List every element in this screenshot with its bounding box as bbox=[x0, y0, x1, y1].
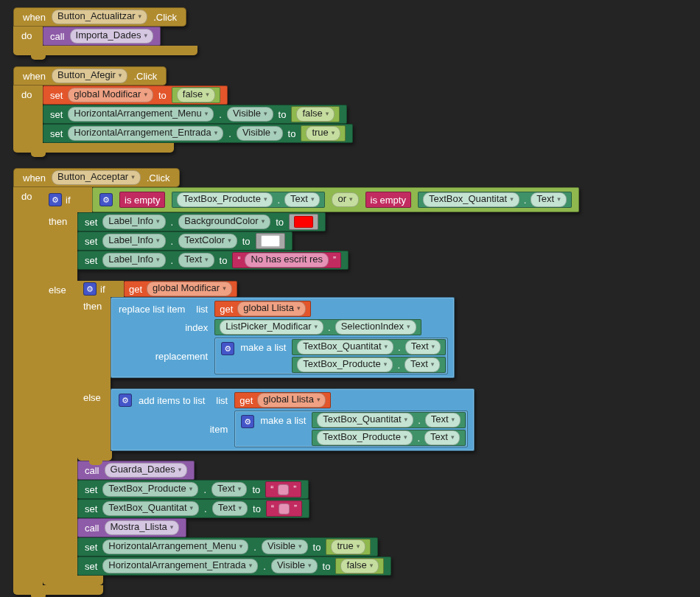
event-component-dropdown[interactable]: Button_Afegir ▾ bbox=[52, 69, 127, 83]
property-dropdown[interactable]: SelectionIndex ▾ bbox=[335, 320, 416, 335]
call-procedure-block[interactable]: call Importa_Dades ▾ bbox=[43, 27, 161, 46]
component-dropdown[interactable]: HorizontalArrangement_Menu ▾ bbox=[102, 540, 248, 554]
string-block[interactable]: “ No has escrit res ” bbox=[232, 252, 341, 268]
component-dropdown[interactable]: Label_Info ▾ bbox=[102, 234, 165, 248]
component-dropdown[interactable]: HorizontalArrangement_Entrada ▾ bbox=[102, 559, 258, 573]
set-property-block[interactable]: set HorizontalArrangement_Menu ▾ . Visib… bbox=[43, 105, 347, 124]
property-getter-block[interactable]: TextBox_Producte ▾ . Text bbox=[292, 357, 446, 373]
color-swatch[interactable] bbox=[261, 235, 280, 247]
replace-list-item-block[interactable]: replace list item list get global Llista bbox=[111, 297, 455, 378]
event-component-dropdown[interactable]: Button_Acceptar ▾ bbox=[52, 170, 141, 185]
property-dropdown[interactable]: Text ▾ bbox=[405, 340, 441, 355]
component-dropdown[interactable]: Label_Info ▾ bbox=[102, 253, 165, 268]
property-dropdown[interactable]: Text ▾ bbox=[424, 430, 460, 445]
or-block[interactable]: ⚙ is empty TextBox_Producte ▾ . bbox=[92, 187, 579, 212]
procedure-dropdown[interactable]: Mostra_Llista ▾ bbox=[105, 520, 180, 535]
is-empty-block[interactable]: is empty bbox=[119, 192, 165, 208]
variable-dropdown[interactable]: global Llista ▾ bbox=[237, 301, 306, 316]
property-dropdown[interactable]: Visible ▾ bbox=[237, 126, 283, 141]
get-variable-block[interactable]: get global Llista ▾ bbox=[214, 301, 311, 317]
logic-dropdown[interactable]: true ▾ bbox=[306, 126, 340, 141]
property-getter-block[interactable]: ListPicker_Modificar ▾ . SelectionIndex … bbox=[214, 319, 421, 335]
property-getter-block[interactable]: TextBox_Producte ▾ . Text ▾ bbox=[172, 192, 325, 208]
logic-dropdown[interactable]: false ▾ bbox=[296, 107, 335, 122]
color-block-red[interactable] bbox=[289, 214, 318, 230]
variable-dropdown[interactable]: global Llista ▾ bbox=[257, 393, 326, 408]
property-dropdown[interactable]: Text ▾ bbox=[425, 413, 461, 427]
set-property-block[interactable]: set TextBox_Producte ▾ . Text ▾ bbox=[77, 480, 309, 499]
property-dropdown[interactable]: TextColor ▾ bbox=[178, 234, 237, 248]
property-dropdown[interactable]: Visible ▾ bbox=[227, 107, 273, 122]
component-dropdown[interactable]: TextBox_Producte ▾ bbox=[102, 482, 198, 497]
color-swatch[interactable] bbox=[294, 216, 313, 228]
component-dropdown[interactable]: TextBox_Quantitat ▾ bbox=[102, 501, 199, 516]
variable-dropdown[interactable]: global Modificar ▾ bbox=[68, 88, 153, 102]
component-dropdown[interactable]: TextBox_Producte ▾ bbox=[297, 357, 393, 372]
variable-dropdown[interactable]: global Modificar ▾ bbox=[147, 282, 232, 296]
logic-operator-dropdown[interactable]: or ▾ bbox=[332, 192, 358, 207]
when-button-afegir-block[interactable]: when Button_Afegir ▾ .Click do set globa… bbox=[13, 66, 353, 153]
mutator-gear-icon[interactable]: ⚙ bbox=[221, 342, 234, 355]
make-a-list-block[interactable]: ⚙ make a list TextBox_Quantitat ▾ bbox=[214, 338, 448, 374]
string-value-field[interactable] bbox=[278, 484, 289, 495]
component-dropdown[interactable]: Label_Info ▾ bbox=[102, 214, 165, 229]
set-property-block[interactable]: set HorizontalArrangement_Entrada ▾ . Vi… bbox=[43, 124, 353, 143]
event-component-dropdown[interactable]: Button_Actualitzar ▾ bbox=[52, 10, 147, 24]
procedure-dropdown[interactable]: Importa_Dades ▾ bbox=[70, 29, 153, 43]
set-property-block[interactable]: set HorizontalArrangement_Entrada ▾ . Vi… bbox=[77, 556, 391, 576]
empty-string-block[interactable]: “ ” bbox=[266, 500, 302, 517]
logic-true-block[interactable]: true ▾ bbox=[326, 539, 371, 555]
component-dropdown[interactable]: HorizontalArrangement_Menu ▾ bbox=[68, 107, 214, 122]
component-dropdown[interactable]: TextBox_Producte ▾ bbox=[317, 430, 413, 445]
property-dropdown[interactable]: Visible ▾ bbox=[271, 559, 318, 573]
set-property-block[interactable]: set Label_Info ▾ . BackgroundColor ▾ bbox=[77, 212, 326, 231]
property-dropdown[interactable]: Visible ▾ bbox=[262, 540, 308, 554]
set-variable-block[interactable]: set global Modificar ▾ to false ▾ bbox=[43, 85, 228, 105]
when-button-actualitzar-block[interactable]: when Button_Actualitzar ▾ .Click do call… bbox=[13, 7, 197, 55]
set-property-block[interactable]: set Label_Info ▾ . Text ▾ to bbox=[77, 251, 349, 270]
is-empty-block[interactable]: is empty bbox=[365, 192, 411, 208]
logic-false-block[interactable]: false ▾ bbox=[172, 87, 220, 103]
empty-string-block[interactable]: “ ” bbox=[265, 481, 301, 498]
when-button-acceptar-block[interactable]: when Button_Acceptar ▾ .Click do ⚙ if bbox=[13, 168, 579, 595]
mutator-gear-icon[interactable]: ⚙ bbox=[241, 415, 254, 428]
string-value-field[interactable] bbox=[279, 503, 290, 514]
set-property-block[interactable]: set TextBox_Quantitat ▾ . Text ▾ bbox=[77, 499, 309, 518]
mutator-gear-icon[interactable]: ⚙ bbox=[49, 193, 62, 206]
component-dropdown[interactable]: TextBox_Producte ▾ bbox=[177, 192, 273, 207]
add-items-to-list-block[interactable]: ⚙ add items to list list get gl bbox=[111, 388, 475, 451]
component-dropdown[interactable]: TextBox_Quantitat ▾ bbox=[297, 340, 393, 355]
if-block[interactable]: ⚙ if ⚙ is empty TextBox_Producte bbox=[43, 187, 579, 585]
logic-true-block[interactable]: true ▾ bbox=[301, 125, 346, 142]
logic-false-block[interactable]: false ▾ bbox=[291, 106, 340, 122]
property-dropdown[interactable]: Text ▾ bbox=[211, 482, 247, 497]
call-procedure-block[interactable]: call Mostra_Llista ▾ bbox=[77, 518, 186, 537]
logic-dropdown[interactable]: true ▾ bbox=[331, 540, 365, 554]
property-getter-block[interactable]: TextBox_Quantitat ▾ . Text ▾ bbox=[418, 192, 572, 208]
logic-dropdown[interactable]: false ▾ bbox=[177, 88, 215, 102]
property-dropdown[interactable]: Text ▾ bbox=[212, 501, 248, 516]
component-dropdown[interactable]: TextBox_Quantitat ▾ bbox=[423, 192, 519, 207]
set-property-block[interactable]: set Label_Info ▾ . TextColor ▾ bbox=[77, 231, 293, 251]
get-variable-block[interactable]: get global Llista ▾ bbox=[234, 392, 331, 408]
mutator-gear-icon[interactable]: ⚙ bbox=[99, 193, 113, 206]
string-value-field[interactable]: No has escrit res bbox=[245, 253, 329, 268]
blocks-workspace[interactable]: when Button_Actualitzar ▾ .Click do call… bbox=[0, 0, 700, 597]
logic-dropdown[interactable]: false ▾ bbox=[340, 559, 379, 573]
property-dropdown[interactable]: Text ▾ bbox=[178, 253, 214, 268]
property-dropdown[interactable]: BackgroundColor ▾ bbox=[178, 214, 270, 229]
property-dropdown[interactable]: Text ▾ bbox=[405, 357, 440, 372]
property-dropdown[interactable]: Text ▾ bbox=[531, 192, 566, 207]
logic-false-block[interactable]: false ▾ bbox=[335, 558, 384, 574]
set-property-block[interactable]: set HorizontalArrangement_Menu ▾ . Visib… bbox=[77, 537, 378, 556]
mutator-gear-icon[interactable]: ⚙ bbox=[83, 282, 97, 296]
make-a-list-block[interactable]: ⚙ make a list TextBox_Quantitat ▾ bbox=[234, 411, 468, 447]
property-getter-block[interactable]: TextBox_Producte ▾ . Text bbox=[312, 430, 466, 446]
color-block-white[interactable] bbox=[256, 233, 285, 249]
component-dropdown[interactable]: HorizontalArrangement_Entrada ▾ bbox=[68, 126, 223, 141]
get-variable-block[interactable]: get global Modificar ▾ bbox=[124, 281, 237, 297]
property-getter-block[interactable]: TextBox_Quantitat ▾ . Text bbox=[292, 339, 446, 355]
inner-if-block[interactable]: ⚙ if get global Modificar ▾ bbox=[77, 281, 475, 461]
component-dropdown[interactable]: ListPicker_Modificar ▾ bbox=[220, 320, 323, 335]
component-dropdown[interactable]: TextBox_Quantitat ▾ bbox=[317, 413, 413, 427]
